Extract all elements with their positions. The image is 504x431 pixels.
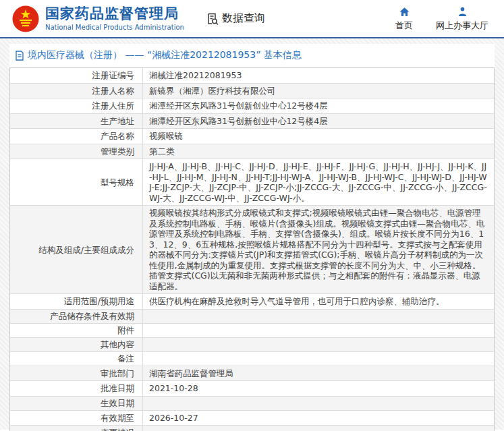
row-value: 湖南省药品监督管理局 — [142, 366, 494, 381]
table-row: 生产地址 湘潭经开区东风路31号创新创业中心12号楼4层 — [10, 114, 494, 130]
breadcrumb-text: 境内医疗器械（注册） —— “湘械注准20212081953” 基本信息 — [28, 49, 302, 61]
header: 国家药品监督管理局 National Medical Products Admi… — [0, 0, 504, 38]
row-value — [142, 352, 494, 366]
document-icon — [15, 51, 24, 61]
row-label: 生产地址 — [10, 115, 142, 127]
table-row: 批准日期 2021-10-28 — [10, 381, 494, 397]
row-value — [142, 426, 494, 431]
table-row: 附件 — [10, 324, 494, 338]
row-value: 供医疗机构在麻醉及抢救时导入气道导管用，也可用于口腔内诊察、辅助治疗。 — [142, 294, 494, 309]
row-value: 湘械注准20212081953 — [142, 68, 494, 83]
row-label: 产品储存条件及有效期 — [10, 310, 142, 322]
row-value — [142, 324, 494, 337]
table-row: 生效日期 — [10, 397, 494, 411]
table-row: 产品储存条件及有效期 — [10, 310, 494, 324]
row-value — [142, 338, 494, 351]
row-value: 视频喉镜按其结构形式分成喉镜式和支撑式;视频喉镜喉镜式由锂—聚合物电芯、电源管理… — [142, 206, 494, 293]
row-value: JJ-HJ-A、JJ-HJ-B、JJ-HJ-C、JJ-HJ-D、JJ-HJ-E、… — [142, 159, 494, 205]
row-label: 附件 — [10, 324, 142, 337]
agency-logo: 国家药品监督管理局 National Medical Products Admi… — [12, 5, 184, 32]
row-label: 注册人名称 — [10, 84, 142, 97]
row-label: 其他内容 — [10, 338, 142, 351]
agency-name-cn: 国家药品监督管理局 — [45, 6, 184, 22]
row-label: 注册人住所 — [10, 99, 142, 112]
row-value — [142, 310, 494, 323]
nav-data-query[interactable]: 数据查询 — [206, 11, 265, 26]
nav-service-hall[interactable]: 网上办事大厅 — [436, 6, 488, 32]
row-label: 备注 — [10, 352, 142, 365]
header-nav: 首页 网上办事大厅 — [395, 6, 494, 32]
table-row: 管理类别 第二类 — [10, 144, 494, 160]
row-label: 审批部门 — [10, 367, 142, 380]
row-label: 批准日期 — [10, 382, 142, 395]
row-label: 生效日期 — [10, 397, 142, 409]
row-label: 注册证编号 — [10, 69, 142, 82]
table-row: 变更情况 — [10, 426, 494, 431]
registration-info-table: 注册证编号 湘械注准20212081953 注册人名称 新镜界（湘潭）医疗科技有… — [9, 67, 495, 431]
content-panel: 境内医疗器械（注册） —— “湘械注准20212081953” 基本信息 注册证… — [9, 44, 495, 431]
doc-search-icon — [206, 12, 219, 26]
table-row: 审批部门 湖南省药品监督管理局 — [10, 366, 494, 382]
row-value — [142, 397, 494, 410]
nav-service-hall-label: 网上办事大厅 — [436, 20, 488, 32]
table-row: 备注 — [10, 352, 494, 366]
table-row: 其他内容 — [10, 338, 494, 352]
table-row: 型号规格 JJ-HJ-A、JJ-HJ-B、JJ-HJ-C、JJ-HJ-D、JJ-… — [10, 159, 494, 206]
row-value: 湘潭经开区东风路31号创新创业中心12号楼4层 — [142, 98, 494, 113]
row-value: 新镜界（湘潭）医疗科技有限公司 — [142, 84, 494, 98]
row-label: 结构及组成/主要组成成分 — [10, 243, 142, 256]
table-row: 注册人住所 湘潭经开区东风路31号创新创业中心12号楼4层 — [10, 98, 494, 114]
table-row: 结构及组成/主要组成成分 视频喉镜按其结构形式分成喉镜式和支撑式;视频喉镜喉镜式… — [10, 206, 494, 294]
person-icon — [457, 6, 468, 18]
row-label: 变更情况 — [10, 426, 142, 431]
agency-name: 国家药品监督管理局 National Medical Products Admi… — [45, 6, 184, 30]
data-query-label: 数据查询 — [222, 11, 265, 26]
row-value: 视频喉镜 — [142, 129, 494, 144]
row-label: 管理类别 — [10, 145, 142, 158]
row-label: 型号规格 — [10, 176, 142, 189]
row-label: 适用范围/预期用途 — [10, 295, 142, 308]
row-label: 产品名称 — [10, 130, 142, 142]
table-row: 适用范围/预期用途 供医疗机构在麻醉及抢救时导入气道导管用，也可用于口腔内诊察、… — [10, 294, 494, 310]
row-value: 2026-10-27 — [142, 411, 494, 426]
table-row: 有效期至 2026-10-27 — [10, 411, 494, 426]
row-value: 湘潭经开区东风路31号创新创业中心12号楼4层 — [142, 114, 494, 129]
national-emblem-icon — [12, 5, 39, 32]
page-background: 境内医疗器械（注册） —— “湘械注准20212081953” 基本信息 注册证… — [0, 38, 504, 430]
row-value: 第二类 — [142, 144, 494, 159]
breadcrumb: 境内医疗器械（注册） —— “湘械注准20212081953” 基本信息 — [9, 44, 495, 67]
row-value: 2021-10-28 — [142, 381, 494, 396]
nav-home-label: 首页 — [395, 20, 413, 32]
table-row: 产品名称 视频喉镜 — [10, 129, 494, 144]
row-label: 有效期至 — [10, 411, 142, 424]
table-row: 注册证编号 湘械注准20212081953 — [10, 68, 494, 84]
nav-home[interactable]: 首页 — [395, 6, 413, 32]
agency-name-en: National Medical Products Administration — [45, 24, 184, 31]
home-icon — [399, 6, 410, 18]
table-row: 注册人名称 新镜界（湘潭）医疗科技有限公司 — [10, 84, 494, 99]
